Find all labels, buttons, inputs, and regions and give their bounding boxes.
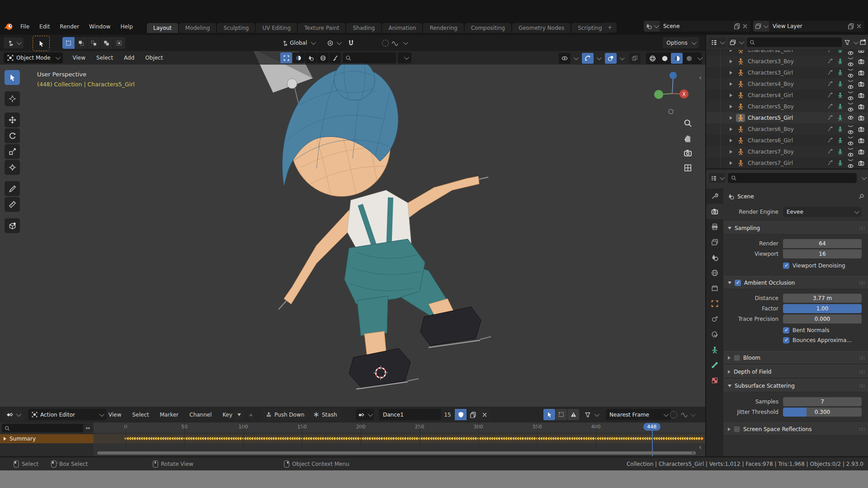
action-name-field[interactable]: Dance1	[379, 409, 444, 420]
add-workspace-button[interactable]: +	[603, 23, 617, 33]
bloom-enable-checkbox[interactable]	[734, 355, 740, 361]
new-scene-icon[interactable]	[734, 23, 740, 29]
filter-expand-dropdown[interactable]	[398, 52, 411, 63]
scene-name[interactable]: Scene	[660, 23, 734, 29]
gizmos-toggle-icon[interactable]	[582, 53, 594, 64]
visibility-toggle[interactable]	[847, 135, 854, 146]
viewport-canvas[interactable]: X	[0, 51, 705, 407]
outliner-row[interactable]: Characters2_Girl	[706, 50, 868, 56]
workspace-tab[interactable]: UV Editing	[256, 23, 297, 33]
workspace-tab[interactable]: Texture Paint	[298, 23, 345, 33]
properties-tab-physics[interactable]	[706, 327, 723, 342]
overlays-dropdown[interactable]	[618, 55, 623, 61]
render-visibility-icon[interactable]	[858, 160, 864, 166]
expand-icon[interactable]	[730, 161, 732, 165]
scene-browse-button[interactable]	[644, 21, 660, 32]
outliner-row[interactable]: Characters4_Boy	[706, 78, 868, 89]
action-browse-button[interactable]	[356, 409, 374, 420]
tool-transform-button[interactable]	[5, 160, 20, 175]
snap-toggle[interactable]	[348, 38, 354, 48]
dope-menu-item[interactable]: Channel	[184, 412, 217, 418]
sampling-panel-header[interactable]: Sampling	[723, 221, 868, 235]
zoom-icon[interactable]	[684, 119, 692, 127]
visibility-toggle[interactable]	[847, 146, 854, 158]
dope-menu-item[interactable]: View	[103, 412, 127, 418]
select-mode-extend-button[interactable]	[75, 37, 87, 49]
viewport-3d[interactable]: X Object Mode ViewSelectAddObject	[0, 51, 705, 407]
only-selected-toggle[interactable]	[543, 409, 555, 420]
filter-id-dropdown[interactable]	[728, 38, 745, 47]
object-name[interactable]: Characters3_Boy	[748, 58, 827, 65]
outliner-search-input[interactable]	[747, 38, 842, 47]
expand-icon[interactable]	[730, 127, 732, 131]
new-collection-button[interactable]	[859, 39, 866, 46]
view-layer-browse-button[interactable]	[753, 21, 769, 32]
ssr-enable-checkbox[interactable]	[734, 426, 740, 432]
topbar-menu-item[interactable]: File	[15, 23, 34, 30]
workspace-tab[interactable]: Compositing	[465, 23, 511, 33]
select-mode-intersect-button[interactable]	[113, 37, 125, 49]
proportional-edit-toggle[interactable]	[670, 411, 677, 418]
camera-view-icon[interactable]	[684, 149, 692, 157]
expand-icon[interactable]	[730, 71, 732, 75]
filter-world-icon[interactable]	[317, 52, 329, 63]
viewport-menu-item[interactable]: View	[67, 55, 91, 61]
outliner-row[interactable]: Characters5_Boy	[706, 101, 868, 112]
tool-measure-button[interactable]	[5, 197, 20, 212]
object-name[interactable]: Characters3_Girl	[748, 70, 827, 76]
tool-annotate-button[interactable]	[5, 181, 20, 196]
viewport-menu-item[interactable]: Add	[118, 55, 140, 61]
workspace-tab[interactable]: Layout	[147, 23, 178, 33]
outliner-row[interactable]: Characters6_Girl	[706, 135, 868, 146]
sss-samples-field[interactable]: 7	[783, 397, 862, 406]
render-visibility-icon[interactable]	[858, 92, 864, 99]
workspace-tab[interactable]: Sculpting	[217, 23, 255, 33]
bloom-panel-header[interactable]: Bloom	[723, 351, 868, 364]
move-channel-down-button[interactable]	[233, 409, 245, 420]
render-visibility-icon[interactable]	[858, 126, 864, 132]
workspace-tab[interactable]: Modeling	[179, 23, 217, 33]
outliner-row[interactable]: Characters5_Girl	[706, 112, 868, 123]
panel-drag-icon[interactable]	[859, 383, 864, 389]
character-mesh[interactable]	[278, 60, 491, 389]
blender-logo[interactable]	[4, 20, 14, 33]
properties-tab-bone[interactable]	[706, 357, 723, 373]
properties-tab-output[interactable]	[706, 219, 723, 235]
transform-orientation-dropdown[interactable]: Global	[281, 38, 315, 48]
expand-icon[interactable]	[730, 150, 732, 154]
visibility-popover-icon[interactable]	[559, 53, 571, 64]
sampling-viewport-field[interactable]: 16	[783, 249, 862, 258]
expand-icon[interactable]	[730, 50, 732, 52]
render-visibility-icon[interactable]	[858, 50, 864, 53]
dope-editor-type-button[interactable]	[4, 409, 23, 420]
filter-brush-icon[interactable]	[329, 52, 341, 63]
expand-icon[interactable]	[730, 82, 732, 86]
fake-user-toggle[interactable]	[455, 409, 467, 420]
ao-panel-header[interactable]: Ambient Occlusion	[723, 276, 868, 289]
stash-button[interactable]: Stash	[309, 409, 342, 420]
properties-options-dropdown[interactable]	[859, 175, 865, 181]
render-visibility-icon[interactable]	[858, 115, 864, 121]
dof-panel-header[interactable]: Depth of Field	[723, 365, 868, 378]
panel-drag-icon[interactable]	[859, 426, 864, 432]
properties-search-input[interactable]	[728, 173, 857, 183]
close-scene-icon[interactable]	[742, 23, 748, 29]
outliner-row[interactable]: Characters7_Girl	[706, 157, 868, 169]
ao-enable-checkbox[interactable]	[735, 280, 741, 286]
visibility-toggle[interactable]	[847, 115, 854, 121]
filter-scene-icon[interactable]	[305, 52, 316, 63]
visibility-toggle[interactable]	[847, 101, 854, 113]
filter-shading-icon[interactable]	[292, 52, 304, 63]
properties-tab-viewlayer[interactable]	[706, 235, 723, 250]
render-visibility-icon[interactable]	[858, 70, 864, 76]
tool-scale-button[interactable]	[5, 144, 20, 159]
properties-editor-type-button[interactable]	[709, 173, 725, 183]
render-visibility-icon[interactable]	[858, 137, 864, 144]
shading-dropdown[interactable]	[695, 55, 701, 61]
tool-add-cube-button[interactable]	[5, 218, 20, 233]
shading-rendered-icon[interactable]	[683, 53, 695, 64]
visibility-toggle[interactable]	[847, 56, 854, 67]
visibility-toggle[interactable]	[847, 67, 854, 79]
unlink-action-button[interactable]	[479, 409, 490, 420]
visibility-dropdown[interactable]	[571, 55, 577, 61]
